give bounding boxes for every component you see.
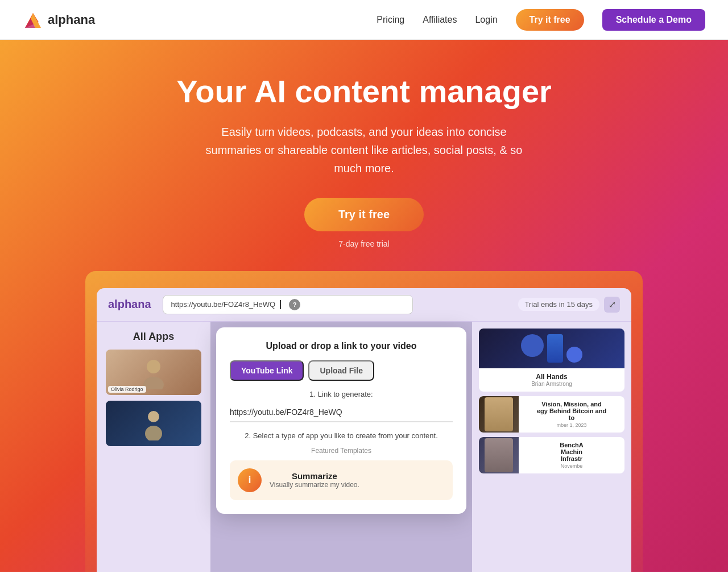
card-bench-title: BenchAMachinInfrastr [523, 442, 620, 462]
app-preview-wrapper: alphana https://youtu.be/FOZ4r8_HeWQ ? T… [11, 271, 717, 572]
select-type-label: 2. Select a type of app you like to crea… [230, 431, 453, 440]
nav-pricing[interactable]: Pricing [377, 15, 404, 25]
nav-login[interactable]: Login [475, 15, 497, 25]
person-placeholder [485, 397, 513, 431]
modal-tabs: YouTube Link Upload File [230, 360, 453, 381]
right-card-vision-body: Vision, Mission, andegy Behind Bitcoin a… [519, 396, 624, 433]
navbar-right: Pricing Affiliates Login Try it free Sch… [377, 9, 705, 31]
hero-try-free-button[interactable]: Try it free [304, 198, 424, 231]
hero-section: Your AI content manager Easily turn vide… [0, 40, 728, 572]
thumb-label-1: Olivia Rodrigo [108, 386, 146, 393]
card-allhands-subtitle: Brian Armstrong [485, 381, 619, 387]
link-label: 1. Link to generate: [230, 390, 453, 398]
card-bench-date: Novembe [523, 463, 620, 469]
app-inner-logo: alphana [108, 298, 151, 311]
card-vision-title: Vision, Mission, andegy Behind Bitcoin a… [523, 401, 620, 421]
template-icon-summarize: i [238, 468, 262, 492]
expand-button[interactable]: ⤢ [604, 297, 620, 313]
featured-templates-title: Featured Templates [230, 447, 453, 455]
svg-point-6 [145, 426, 162, 440]
bench-person-placeholder [485, 438, 513, 472]
hero-trial-text: 7-day free trial [338, 239, 389, 248]
shape-circle-small [566, 347, 582, 363]
right-card-vision[interactable]: Vision, Mission, andegy Behind Bitcoin a… [479, 396, 624, 433]
hero-subtitle: Easily turn videos, podcasts, and your i… [205, 123, 523, 177]
template-title: Summarize [270, 471, 359, 481]
logo-text: alphana [48, 13, 95, 27]
right-card-allhands-body: All Hands Brian Armstrong [479, 368, 624, 392]
template-subtitle: Visually summarize my video. [270, 481, 359, 489]
right-card-allhands[interactable]: All Hands Brian Armstrong [479, 329, 624, 392]
thumbnail-2[interactable] [106, 401, 201, 446]
app-inner: alphana https://youtu.be/FOZ4r8_HeWQ ? T… [97, 288, 631, 572]
template-info: Summarize Visually summarize my video. [270, 471, 359, 489]
card-allhands-title: All Hands [485, 373, 619, 381]
logo-icon [23, 10, 43, 30]
app-right-panel: All Hands Brian Armstrong Vision, Missio… [472, 322, 631, 572]
person-thumbnail-icon [136, 355, 171, 389]
right-card-bench-visual [479, 437, 519, 473]
thumbnail-grid: Olivia Rodrigo [106, 350, 201, 446]
app-preview: alphana https://youtu.be/FOZ4r8_HeWQ ? T… [85, 271, 643, 572]
url-text: https://youtu.be/FOZ4r8_HeWQ [171, 300, 276, 309]
logo[interactable]: alphana [23, 10, 95, 30]
modal-box: Upload or drop a link to your video YouT… [216, 327, 466, 514]
navbar-schedule-button[interactable]: Schedule a Demo [602, 9, 705, 31]
hero-title: Your AI content manager [176, 74, 552, 109]
right-card-bench-body: BenchAMachinInfrastr Novembe [519, 437, 624, 473]
navbar-try-free-button[interactable]: Try it free [516, 9, 584, 31]
card-shapes [521, 334, 582, 363]
app-modal-overlay: Upload or drop a link to your video YouT… [210, 322, 472, 572]
url-cursor [280, 300, 281, 309]
card-vision-date: mber 1, 2023 [523, 422, 620, 428]
template-card-summarize[interactable]: i Summarize Visually summarize my video. [230, 460, 453, 500]
app-url-bar[interactable]: https://youtu.be/FOZ4r8_HeWQ ? [163, 295, 413, 314]
person2-thumbnail-icon [139, 406, 168, 440]
tab-upload-file[interactable]: Upload File [308, 360, 374, 381]
app-left-panel: All Apps [97, 322, 210, 572]
navbar: alphana Pricing Affiliates Login Try it … [0, 0, 728, 40]
template-icon-letter: i [248, 474, 251, 486]
help-icon[interactable]: ? [289, 299, 300, 310]
svg-point-5 [148, 411, 159, 422]
thumbnail-1[interactable]: Olivia Rodrigo [106, 350, 201, 395]
link-input[interactable] [230, 403, 453, 422]
all-apps-title: All Apps [106, 331, 201, 343]
app-topbar: alphana https://youtu.be/FOZ4r8_HeWQ ? T… [97, 288, 631, 322]
svg-point-4 [143, 377, 164, 389]
right-card-bench[interactable]: BenchAMachinInfrastr Novembe [479, 437, 624, 473]
modal-title: Upload or drop a link to your video [230, 341, 453, 351]
shape-rect [547, 334, 563, 363]
svg-point-3 [147, 360, 160, 373]
app-content: All Apps [97, 322, 631, 572]
right-card-allhands-visual [479, 329, 624, 368]
right-card-vision-visual [479, 396, 519, 433]
nav-affiliates[interactable]: Affiliates [423, 15, 457, 25]
shape-circle-large [521, 334, 544, 357]
tab-youtube-link[interactable]: YouTube Link [230, 360, 304, 381]
trial-badge: Trial ends in 15 days [518, 298, 599, 311]
